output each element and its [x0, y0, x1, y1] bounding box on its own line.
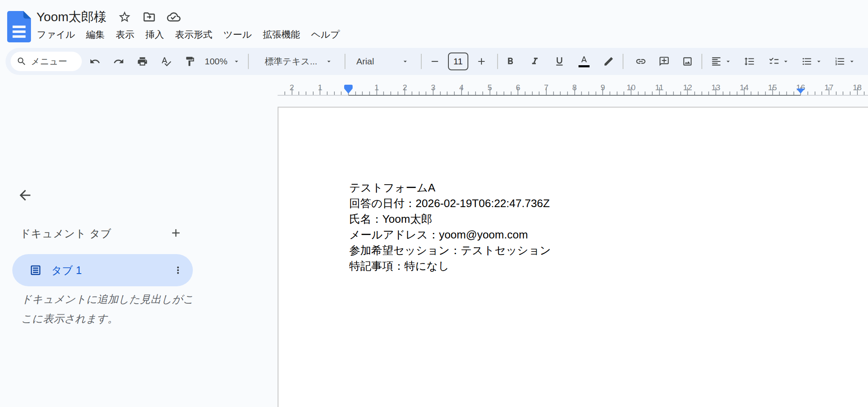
bulleted-list-button[interactable]	[800, 52, 823, 71]
search-menus-button[interactable]: メニュー	[11, 52, 82, 71]
line-spacing-icon	[744, 56, 755, 67]
ruler-tick	[454, 91, 455, 95]
ruler-tick	[383, 91, 384, 95]
numbered-list-button[interactable]	[833, 52, 856, 71]
ruler-tick	[532, 91, 533, 95]
plus-icon	[476, 56, 487, 67]
right-indent-marker[interactable]	[796, 89, 805, 94]
ruler-tick	[581, 91, 582, 95]
minus-icon	[429, 56, 440, 67]
add-comment-icon	[659, 56, 670, 67]
toolbar-separator	[701, 54, 702, 69]
font-size-input[interactable]: 11	[448, 53, 468, 70]
ruler-tick	[708, 91, 709, 95]
ruler-tick	[729, 91, 730, 95]
paint-format-button[interactable]	[183, 52, 197, 71]
highlight-color-button[interactable]	[601, 52, 616, 71]
underline-button[interactable]	[552, 52, 567, 71]
ruler-tick	[623, 91, 624, 95]
ruler-tick	[694, 91, 695, 95]
zoom-select[interactable]: 100%	[205, 56, 240, 66]
google-docs-logo[interactable]	[7, 11, 31, 42]
ruler-tick	[504, 91, 504, 95]
print-button[interactable]	[135, 52, 150, 71]
ruler-tick	[645, 91, 645, 95]
checklist-button[interactable]	[767, 52, 790, 71]
redo-button[interactable]	[111, 52, 126, 71]
ruler-tick	[284, 91, 285, 95]
text-color-button[interactable]	[577, 52, 591, 71]
paragraph-styles-select[interactable]: 標準テキス...	[265, 55, 333, 67]
menu-help[interactable]: ヘルプ	[306, 27, 345, 42]
search-menus-label: メニュー	[31, 55, 67, 67]
ruler-number: 15	[768, 83, 777, 92]
ruler[interactable]: 21123456789101112131415161718	[278, 81, 868, 96]
add-tab-button[interactable]	[170, 227, 183, 240]
document-line[interactable]: 氏名：Yoom太郎	[349, 211, 803, 227]
ruler-tick	[779, 91, 780, 95]
ruler-tick	[362, 91, 363, 95]
first-line-indent-marker[interactable]	[344, 85, 353, 89]
paint-format-icon	[184, 56, 195, 67]
chevron-down-icon	[724, 58, 732, 65]
insert-image-button[interactable]	[680, 52, 695, 71]
spell-check-button[interactable]	[159, 52, 173, 71]
ruler-tick	[765, 91, 766, 95]
menu-extensions[interactable]: 拡張機能	[257, 27, 306, 42]
menu-view[interactable]: 表示	[110, 27, 140, 42]
document-title[interactable]: Yoom太郎様	[36, 8, 107, 26]
undo-button[interactable]	[88, 52, 102, 71]
ruler-tick	[666, 91, 667, 95]
tab-options-kebab-button[interactable]	[172, 265, 184, 276]
document-line[interactable]: 回答の日付：2026-02-19T06:22:47.736Z	[349, 196, 803, 211]
ruler-tick	[595, 91, 596, 95]
document-line[interactable]: 特記事項：特になし	[349, 258, 803, 274]
menu-tools[interactable]: ツール	[218, 27, 257, 42]
line-spacing-button[interactable]	[742, 52, 757, 71]
move-to-folder-button[interactable]	[142, 10, 156, 24]
ruler-tick	[426, 91, 426, 95]
document-tabs-sidebar: ドキュメント タブ タブ 1 ドキュメントに追加した見出しがこ こに表示されます…	[0, 78, 277, 407]
ruler-tick	[807, 91, 808, 95]
ruler-tick	[511, 91, 512, 95]
ruler-tick	[588, 91, 589, 95]
google-docs-app: Yoom太郎様 ファイル 編集 表示 挿入 表示形式 ツール 拡張機能 ヘルプ …	[0, 0, 868, 407]
document-page[interactable]: テストフォームA 回答の日付：2026-02-19T06:22:47.736Z …	[278, 107, 868, 407]
tabs-empty-hint: ドキュメントに追加した見出しがこ こに表示されます。	[21, 289, 194, 328]
ruler-tick	[609, 91, 610, 95]
ruler-tick	[751, 91, 751, 95]
add-comment-button[interactable]	[657, 52, 671, 71]
ruler-number: 12	[683, 83, 692, 92]
menu-file[interactable]: ファイル	[31, 27, 81, 42]
decrease-font-size-button[interactable]	[428, 52, 442, 71]
menu-edit[interactable]: 編集	[81, 27, 110, 42]
ruler-tick	[468, 91, 469, 95]
document-tabs-heading: ドキュメント タブ	[20, 227, 111, 241]
menu-format[interactable]: 表示形式	[170, 27, 218, 42]
star-button[interactable]	[118, 10, 131, 24]
search-icon	[17, 56, 27, 66]
ruler-tick	[525, 91, 526, 95]
insert-link-button[interactable]	[634, 52, 648, 71]
close-sidebar-back-button[interactable]	[17, 187, 33, 203]
text-color-a-icon	[579, 56, 589, 64]
document-line[interactable]: 参加希望セッション：テストセッション	[349, 243, 803, 258]
font-select[interactable]: Arial	[356, 56, 409, 66]
document-status-cloud-icon[interactable]	[167, 10, 181, 24]
increase-font-size-button[interactable]	[474, 52, 489, 71]
ruler-tick	[673, 91, 674, 95]
document-line[interactable]: メールアドレス：yoom@yoom.com	[349, 227, 803, 243]
ruler-tick	[843, 91, 843, 95]
menu-insert[interactable]: 挿入	[140, 27, 170, 42]
ruler-tick	[821, 91, 822, 95]
plus-icon	[170, 227, 182, 239]
document-line[interactable]: テストフォームA	[349, 180, 803, 196]
highlighter-icon	[603, 56, 614, 67]
tab-item-tab1[interactable]: タブ 1	[12, 254, 193, 286]
left-indent-marker[interactable]	[344, 89, 353, 94]
bold-button[interactable]	[503, 52, 517, 71]
ruler-tick	[412, 91, 412, 95]
ruler-tick	[864, 91, 865, 95]
align-button[interactable]	[709, 52, 732, 71]
italic-button[interactable]	[528, 52, 542, 71]
